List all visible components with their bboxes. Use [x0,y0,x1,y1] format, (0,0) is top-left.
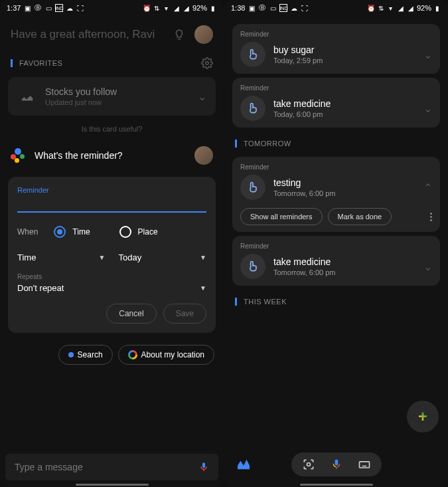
time-dropdown[interactable]: Time ▼ [17,248,106,266]
message-icon: ▣ [23,4,31,12]
signal-icon: ◢ [183,4,190,12]
lens-icon[interactable] [302,458,315,471]
reminder-card[interactable]: Reminder take medicine Today, 6:00 pm ⌄ [232,78,440,128]
alarm-icon: ⏰ [367,4,375,12]
day-dropdown[interactable]: Today ▼ [119,248,207,266]
stocks-title: Stocks you follow [45,86,190,97]
stocks-subtitle: Updated just now [45,98,190,106]
reminder-time: Today, 6:00 pm [273,110,415,118]
reminder-title: take medicine [273,98,415,109]
battery-icon: ▮ [209,4,217,12]
image-icon: ▭ [269,4,277,12]
radio-time-label: Time [72,227,90,237]
more-options-icon[interactable] [430,213,432,221]
google-logo-icon [128,350,137,359]
reminder-finger-icon [240,175,265,200]
reminder-card-expanded[interactable]: Reminder testing Tomorrow, 6:00 pm ⌃ Sho… [232,157,440,232]
user-avatar[interactable] [194,25,213,44]
image-icon: ▭ [44,4,52,12]
reminder-title: take medicine [273,256,415,267]
mark-as-done-button[interactable]: Mark as done [328,208,392,225]
mic-icon[interactable] [330,458,343,471]
cancel-button[interactable]: Cancel [106,304,156,324]
data-icon: ⇅ [153,4,161,12]
favorites-label: FAVORITES [11,59,62,67]
reminder-finger-icon [240,254,265,279]
radio-time[interactable]: Time [54,226,90,238]
location-chip[interactable]: About my location [118,345,214,365]
battery-text: 92% [192,4,207,12]
reminder-time: Today, 2:59 pm [273,56,415,64]
clock-text: 1:37 [7,4,21,12]
radio-place-label: Place [138,227,158,237]
chevron-down-icon[interactable]: ⌄ [423,260,432,273]
favorites-header: FAVORITES [0,49,224,74]
updates-icon[interactable] [236,458,251,470]
circled-b-icon: Ⓑ [258,4,266,12]
reminder-label: Reminder [240,163,432,171]
clock-text: 1:38 [231,4,245,12]
battery-text: 92% [417,4,431,12]
reminder-card[interactable]: Reminder buy sugar Today, 2:59 pm ⌄ [232,24,440,74]
gear-icon[interactable] [201,57,213,69]
battery-icon: ▮ [433,4,441,12]
carrier-icon: IND [279,4,287,12]
stocks-card[interactable]: Stocks you follow Updated just now ⌄ [8,77,216,116]
chevron-up-icon[interactable]: ⌃ [423,181,432,194]
radio-unselected-icon [119,226,131,238]
dropdown-arrow-icon: ▼ [99,254,106,261]
reminder-time: Tomorrow, 6:00 pm [273,268,415,276]
reminder-field-label: Reminder [17,186,206,194]
suggestion-chips: Search About my location [0,338,224,371]
assistant-logo-icon [11,147,27,163]
this-week-header: THIS WEEK [224,290,448,306]
this-week-label: THIS WEEK [235,298,287,306]
gesture-bar[interactable] [76,484,149,486]
when-label: When [17,227,38,237]
repeats-value: Don't repeat [17,283,64,293]
signal-icon: ◢ [397,4,405,12]
show-all-reminders-button[interactable]: Show all reminders [240,208,323,225]
add-fab-button[interactable]: + [407,401,439,433]
chevron-down-icon[interactable]: ⌄ [423,102,432,115]
screenshot-icon: ⛶ [76,4,84,12]
wifi-icon: ▾ [387,4,395,12]
chevron-down-icon[interactable]: ⌄ [423,49,432,61]
lightbulb-icon[interactable] [173,29,185,41]
reminder-text-input[interactable] [17,197,206,213]
save-button[interactable]: Save [163,304,206,324]
screenshot-icon: ⛶ [301,4,309,12]
mic-icon[interactable] [198,462,209,472]
cloud-icon: ☁ [66,4,74,12]
reminder-label: Reminder [240,84,432,92]
greeting-row: Have a great afternoon, Ravi [0,16,224,49]
data-icon: ⇅ [377,4,385,12]
keyboard-icon[interactable] [358,458,371,471]
cloud-icon: ☁ [290,4,298,12]
repeats-dropdown[interactable]: Don't repeat ▼ [17,283,206,293]
reminder-finger-icon [240,96,265,121]
blue-dot-icon [68,352,74,357]
status-bar: 1:37 ▣ Ⓑ ▭ IND ☁ ⛶ ⏰ ⇅ ▾ ◢ ◢ 92% ▮ [0,0,224,16]
search-chip[interactable]: Search [58,345,113,365]
time-dropdown-value: Time [17,252,36,262]
status-bar: 1:38 ▣ Ⓑ ▭ IND ☁ ⛶ ⏰ ⇅ ▾ ◢ ◢ 92% ▮ [224,0,448,16]
tomorrow-label: TOMORROW [235,140,291,147]
svg-point-1 [307,463,310,466]
reminder-card[interactable]: Reminder take medicine Tomorrow, 6:00 pm… [232,236,440,286]
reminder-title: testing [273,177,415,188]
card-feedback-text[interactable]: Is this card useful? [0,118,224,140]
radio-place[interactable]: Place [119,226,158,238]
dropdown-arrow-icon: ▼ [200,284,206,292]
reminder-label: Reminder [240,243,432,250]
chevron-down-icon: ⌄ [198,90,206,103]
radio-selected-icon [54,226,66,238]
reminder-form-card: Reminder When Time Place Time ▼ [8,177,216,333]
search-chip-label: Search [78,350,103,359]
gesture-bar[interactable] [300,484,373,486]
user-avatar-small[interactable] [194,146,213,165]
greeting-text: Have a great afternoon, Ravi [11,28,155,41]
stocks-icon [17,86,37,106]
message-input-bar[interactable]: Type a message [5,454,218,480]
tomorrow-header: TOMORROW [224,132,448,153]
